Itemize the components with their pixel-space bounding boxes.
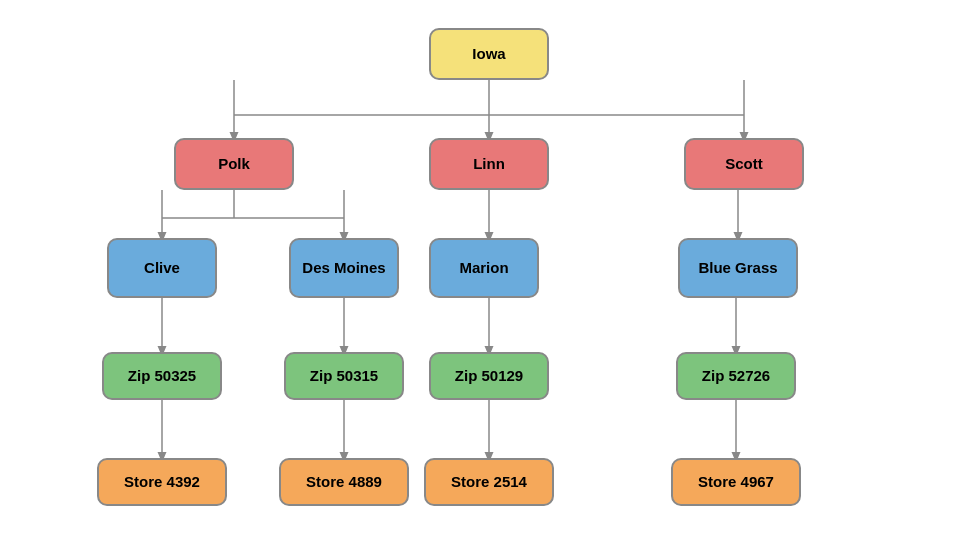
node-polk: Polk: [174, 138, 294, 190]
node-linn: Linn: [429, 138, 549, 190]
linn-label: Linn: [473, 154, 505, 174]
store4889-label: Store 4889: [306, 472, 382, 492]
store2514-label: Store 2514: [451, 472, 527, 492]
node-zip-50325: Zip 50325: [102, 352, 222, 400]
zip50315-label: Zip 50315: [310, 366, 378, 386]
zip50129-label: Zip 50129: [455, 366, 523, 386]
des-moines-label: Des Moines: [302, 258, 385, 278]
node-blue-grass: Blue Grass: [678, 238, 798, 298]
store4967-label: Store 4967: [698, 472, 774, 492]
scott-label: Scott: [725, 154, 763, 174]
clive-label: Clive: [144, 258, 180, 278]
node-zip-50129: Zip 50129: [429, 352, 549, 400]
node-scott: Scott: [684, 138, 804, 190]
node-store-4967: Store 4967: [671, 458, 801, 506]
node-des-moines: Des Moines: [289, 238, 399, 298]
node-store-2514: Store 2514: [424, 458, 554, 506]
node-clive: Clive: [107, 238, 217, 298]
node-store-4889: Store 4889: [279, 458, 409, 506]
iowa-label: Iowa: [472, 44, 505, 64]
zip52726-label: Zip 52726: [702, 366, 770, 386]
marion-label: Marion: [459, 258, 508, 278]
tree-diagram: Iowa Polk Linn Scott Clive Des Moines Ma…: [0, 0, 979, 550]
store4392-label: Store 4392: [124, 472, 200, 492]
node-marion: Marion: [429, 238, 539, 298]
blue-grass-label: Blue Grass: [698, 258, 777, 278]
polk-label: Polk: [218, 154, 250, 174]
node-zip-52726: Zip 52726: [676, 352, 796, 400]
zip50325-label: Zip 50325: [128, 366, 196, 386]
node-zip-50315: Zip 50315: [284, 352, 404, 400]
node-iowa: Iowa: [429, 28, 549, 80]
node-store-4392: Store 4392: [97, 458, 227, 506]
